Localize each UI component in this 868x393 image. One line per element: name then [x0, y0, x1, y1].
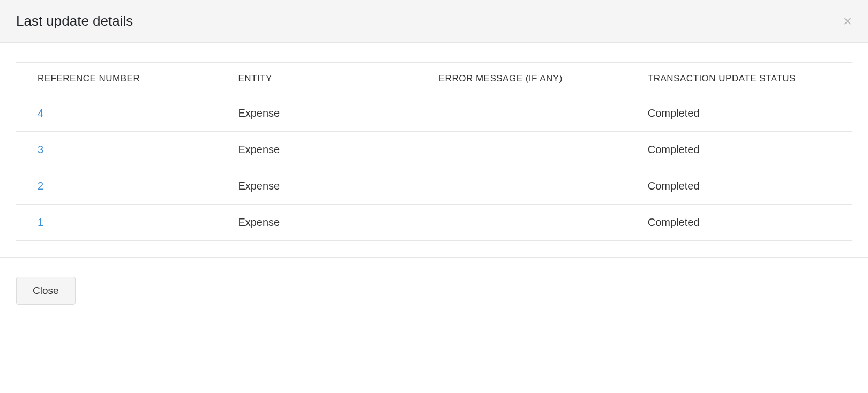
table-row: 3 Expense Completed — [16, 132, 852, 168]
column-header-reference: REFERENCE NUMBER — [16, 63, 216, 95]
table-row: 1 Expense Completed — [16, 205, 852, 241]
table-header-row: REFERENCE NUMBER ENTITY ERROR MESSAGE (I… — [16, 63, 852, 95]
cell-entity: Expense — [216, 168, 417, 205]
reference-link[interactable]: 2 — [38, 180, 43, 192]
update-details-table: REFERENCE NUMBER ENTITY ERROR MESSAGE (I… — [16, 62, 852, 241]
close-icon[interactable]: × — [843, 14, 852, 29]
cell-error — [417, 132, 626, 168]
cell-reference: 1 — [16, 205, 216, 241]
cell-status: Completed — [626, 132, 852, 168]
modal-body: REFERENCE NUMBER ENTITY ERROR MESSAGE (I… — [0, 62, 868, 257]
cell-reference: 4 — [16, 95, 216, 132]
reference-link[interactable]: 4 — [38, 107, 43, 119]
cell-error — [417, 95, 626, 132]
reference-link[interactable]: 1 — [38, 216, 43, 228]
modal-header: Last update details × — [0, 0, 868, 43]
column-header-error: ERROR MESSAGE (IF ANY) — [417, 63, 626, 95]
table-row: 4 Expense Completed — [16, 95, 852, 132]
cell-error — [417, 205, 626, 241]
cell-entity: Expense — [216, 205, 417, 241]
cell-status: Completed — [626, 205, 852, 241]
column-header-entity: ENTITY — [216, 63, 417, 95]
close-button[interactable]: Close — [16, 277, 76, 305]
table-row: 2 Expense Completed — [16, 168, 852, 205]
cell-status: Completed — [626, 95, 852, 132]
cell-error — [417, 168, 626, 205]
modal-title: Last update details — [16, 13, 133, 29]
cell-status: Completed — [626, 168, 852, 205]
modal-footer: Close — [0, 257, 868, 324]
reference-link[interactable]: 3 — [38, 143, 43, 155]
column-header-status: TRANSACTION UPDATE STATUS — [626, 63, 852, 95]
cell-entity: Expense — [216, 132, 417, 168]
cell-entity: Expense — [216, 95, 417, 132]
cell-reference: 3 — [16, 132, 216, 168]
cell-reference: 2 — [16, 168, 216, 205]
